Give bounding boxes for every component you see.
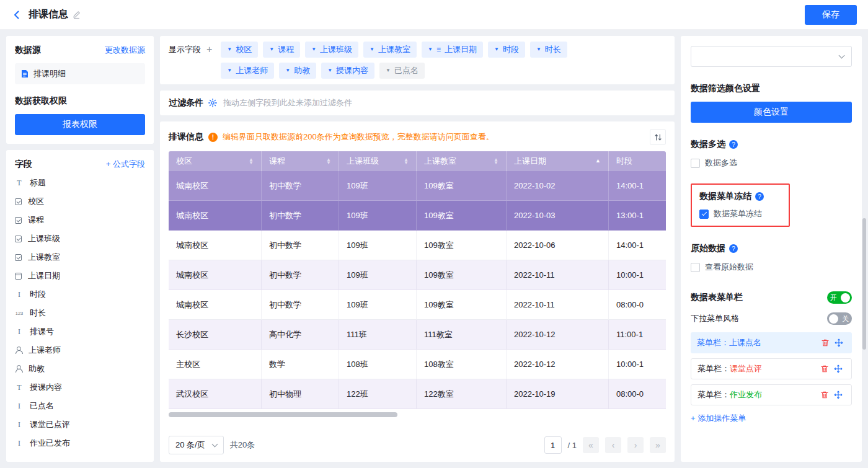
help-icon[interactable]: ?	[755, 192, 764, 201]
display-field-chip[interactable]: ▼助教	[279, 63, 316, 79]
table-cell: 2022-10-19	[507, 379, 609, 409]
display-field-chip[interactable]: ▼≡上课日期	[422, 42, 483, 58]
sort-arrows-icon[interactable]: ▲▼	[249, 158, 254, 164]
menu-item[interactable]: 菜单栏：上课点名	[691, 332, 852, 353]
dropdown-style-label: 下拉菜单风格	[691, 313, 739, 324]
sort-arrows-icon[interactable]: ▲▼	[494, 158, 498, 164]
help-icon[interactable]: ?	[729, 140, 738, 149]
page-size-select[interactable]: 20 条/页	[169, 436, 224, 454]
menu-freeze-checkbox[interactable]: 数据菜单冻结	[699, 208, 781, 219]
settings-panel: 数据筛选颜色设置 颜色设置 数据多选 ? 数据多选 数据菜单冻结 ? 数据菜单冻…	[681, 36, 862, 462]
table-row[interactable]: 武汉校区初中物理122班122教室2022-10-1908:00-0	[169, 379, 666, 409]
raw-data-checkbox[interactable]: 查看原始数据	[691, 262, 852, 273]
move-icon[interactable]	[831, 388, 845, 402]
field-label: 排课号	[30, 326, 54, 337]
display-field-chip[interactable]: ▼授课内容	[321, 63, 374, 79]
edit-title-icon[interactable]	[73, 11, 81, 19]
chevron-down-icon	[211, 441, 218, 448]
field-item[interactable]: 校区	[15, 192, 145, 211]
display-field-chip[interactable]: ▼上课老师	[221, 63, 274, 79]
display-field-chip[interactable]: ▼上课班级	[305, 42, 358, 58]
delete-icon[interactable]	[818, 336, 832, 350]
table-header-row: 校区▲▼课程▲▼上课班级▲▼上课教室▲▼上课日期▲时段	[169, 151, 666, 171]
delete-icon[interactable]	[818, 388, 831, 402]
prev-page-button[interactable]: ‹	[605, 437, 621, 453]
fields-list: T标题校区课程上课班级上课教室上课日期I时段123时长I排课号上课老师助教T授课…	[15, 174, 145, 453]
table-row[interactable]: 城南校区初中数学109班109教室2022-10-0313:00-1	[169, 201, 666, 231]
table-row[interactable]: 城南校区初中数学109班109教室2022-10-1108:00-0	[169, 290, 666, 320]
next-page-button[interactable]: ›	[627, 437, 644, 453]
help-icon[interactable]: ?	[729, 244, 738, 253]
toggle-knob	[841, 293, 850, 302]
menu-item-name: 作业发布	[730, 389, 762, 400]
sort-arrows-icon[interactable]: ▲▼	[326, 158, 331, 164]
column-label: 校区	[176, 156, 192, 167]
sort-arrows-icon[interactable]: ▲	[595, 159, 601, 163]
column-header[interactable]: 上课教室▲▼	[417, 151, 507, 171]
display-field-chip[interactable]: ▼校区	[221, 42, 258, 58]
delete-icon[interactable]	[818, 362, 831, 376]
chip-label: 上课教室	[378, 44, 410, 55]
dropdown-style-toggle[interactable]: 关	[827, 312, 852, 325]
column-header[interactable]: 上课日期▲	[507, 151, 609, 171]
menu-item[interactable]: 菜单栏：作业发布	[691, 384, 852, 405]
color-settings-button[interactable]: 颜色设置	[691, 102, 852, 123]
field-item[interactable]: T标题	[15, 174, 145, 192]
save-button[interactable]: 保存	[805, 5, 857, 25]
multi-select-checkbox[interactable]: 数据多选	[691, 157, 852, 169]
back-button[interactable]	[11, 9, 22, 20]
field-item[interactable]: T授课内容	[15, 378, 145, 397]
column-header[interactable]: 时段	[609, 151, 666, 171]
display-field-chip[interactable]: ▼课程	[263, 42, 300, 58]
field-item[interactable]: 上课日期	[15, 267, 145, 285]
add-action-menu-link[interactable]: + 添加操作菜单	[691, 413, 852, 424]
field-item[interactable]: 上课教室	[15, 248, 145, 267]
table-row[interactable]: 主校区数学108班108教室2022-10-1210:00-1	[169, 350, 666, 379]
table-row[interactable]: 城南校区初中数学109班109教室2022-10-0614:00-1	[169, 231, 666, 260]
table-cell: 108教室	[417, 350, 507, 379]
column-header[interactable]: 课程▲▼	[262, 151, 339, 171]
field-item[interactable]: 课程	[15, 211, 145, 229]
display-field-chip[interactable]: ▼时长	[530, 42, 567, 58]
display-field-chip[interactable]: ▼上课教室	[363, 42, 417, 58]
table-row[interactable]: 城南校区初中数学109班109教室2022-10-1110:00-1	[169, 260, 666, 290]
table-cell: 14:00-1	[609, 231, 666, 260]
chevron-down-icon: ▼	[227, 47, 232, 52]
table-cell: 109班	[339, 201, 417, 231]
table-cell: 武汉校区	[169, 379, 262, 409]
field-item[interactable]: 上课班级	[15, 229, 145, 248]
move-icon[interactable]	[831, 362, 845, 376]
first-page-button[interactable]: «	[583, 437, 599, 453]
field-item[interactable]: I课堂已点评	[15, 415, 145, 434]
field-item[interactable]: 助教	[15, 360, 145, 378]
field-item[interactable]: I时段	[15, 285, 145, 304]
top-select[interactable]	[691, 46, 852, 67]
display-field-chip[interactable]: ▼时段	[488, 42, 525, 58]
vertical-scrollbar[interactable]	[862, 218, 866, 350]
sort-arrows-icon[interactable]: ▲▼	[404, 158, 409, 164]
sort-order-button[interactable]	[650, 129, 666, 145]
report-permission-button[interactable]: 报表权限	[15, 114, 145, 135]
add-display-field-button[interactable]: +	[206, 45, 212, 55]
field-item[interactable]: I排课号	[15, 322, 145, 341]
change-datasource-link[interactable]: 更改数据源	[105, 45, 145, 56]
table-row[interactable]: 长沙校区高中化学111班111教室2022-10-1211:00-1	[169, 320, 666, 350]
horizontal-scrollbar[interactable]	[169, 412, 397, 417]
last-page-button[interactable]: »	[650, 437, 666, 453]
table-row[interactable]: 城南校区初中数学109班109教室2022-10-0214:00-1	[169, 171, 666, 201]
current-page-input[interactable]: 1	[544, 436, 562, 454]
field-item[interactable]: 123时长	[15, 304, 145, 322]
field-item[interactable]: I已点名	[15, 397, 145, 415]
move-icon[interactable]	[832, 336, 846, 350]
datasource-item[interactable]: 排课明细	[15, 63, 145, 84]
menu-item[interactable]: 菜单栏：课堂点评	[691, 358, 852, 379]
gear-icon[interactable]	[208, 99, 217, 107]
add-formula-field-link[interactable]: + 公式字段	[106, 159, 145, 170]
field-item[interactable]: 上课老师	[15, 341, 145, 360]
column-header[interactable]: 校区▲▼	[169, 151, 262, 171]
column-header[interactable]: 上课班级▲▼	[339, 151, 417, 171]
menu-bar-toggle[interactable]: 开	[827, 291, 852, 304]
checkbox-unchecked-icon	[691, 159, 700, 168]
field-item[interactable]: I作业已发布	[15, 434, 145, 453]
display-field-chip[interactable]: ▼已点名	[379, 63, 425, 79]
